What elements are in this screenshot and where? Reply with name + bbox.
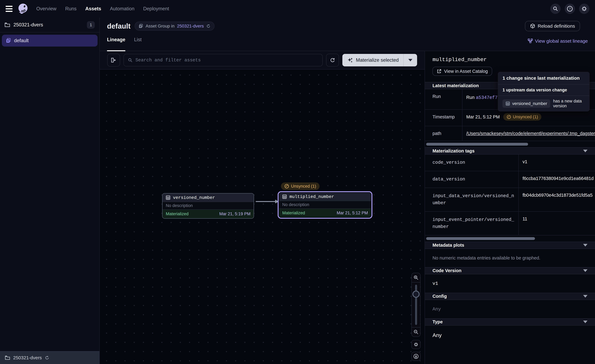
download-icon xyxy=(413,354,419,359)
materialize-dropdown-button[interactable] xyxy=(404,59,417,61)
view-in-asset-catalog-button[interactable]: View in Asset Catalog xyxy=(432,67,492,76)
node-timestamp: Mar 21, 5:12 PM xyxy=(337,210,368,216)
settings-button[interactable] xyxy=(579,4,589,14)
table-row: Timestamp Mar 21, 5:12 PM Unsynced (1) xyxy=(425,110,595,126)
lineage-graph-icon xyxy=(528,39,533,44)
tab-list[interactable]: List xyxy=(134,37,142,51)
group-name: 250321-dvers xyxy=(14,22,84,28)
sidebar-footer[interactable]: 250321-dvers xyxy=(0,351,99,364)
type-value: Any xyxy=(425,326,595,345)
timestamp-value: Mar 21, 5:12 PM xyxy=(466,114,500,119)
unsynced-icon xyxy=(284,184,289,189)
unsynced-icon xyxy=(507,115,511,119)
table-row: data_version f6ccba1776380941e9cd1ea6648… xyxy=(425,171,595,188)
asset-node-versioned-number[interactable]: versioned_number No description Material… xyxy=(162,193,254,219)
sidebar: 250321-dvers 1 default 250321-dvers xyxy=(0,17,100,364)
horizontal-scrollbar[interactable] xyxy=(425,235,595,242)
node-description: No description xyxy=(163,202,254,210)
search-input[interactable] xyxy=(135,58,318,63)
zoom-slider[interactable] xyxy=(412,282,420,328)
chevron-down-icon xyxy=(583,244,588,246)
section-metadata-plots[interactable]: Metadata plots xyxy=(425,242,595,249)
node-name: versioned_number xyxy=(173,195,215,200)
zoom-in-button[interactable] xyxy=(412,273,420,282)
sidebar-item-label: default xyxy=(14,38,28,43)
graph-toolbar: Materialize selected xyxy=(100,51,425,70)
run-id-link[interactable]: a5347ef7 xyxy=(476,95,498,100)
chevron-down-icon xyxy=(583,295,588,298)
change-tooltip: 1 change since last materialization 1 up… xyxy=(498,72,589,111)
chevron-down-icon xyxy=(583,150,588,152)
node-status: Materialized xyxy=(282,210,305,216)
sidebar-group-250321-dvers[interactable]: 250321-dvers 1 xyxy=(0,17,99,33)
nav-deployment[interactable]: Deployment xyxy=(143,6,169,12)
search-icon xyxy=(553,6,558,11)
zoom-controls xyxy=(411,273,421,337)
section-config[interactable]: Config xyxy=(425,293,595,300)
open-panel-button[interactable] xyxy=(107,54,120,67)
zoom-in-icon xyxy=(413,275,419,280)
sidebar-item-default[interactable]: default xyxy=(2,35,98,47)
materialize-selected-button[interactable]: Materialize selected xyxy=(342,54,417,66)
reload-definitions-button[interactable]: Reload definitions xyxy=(525,21,580,31)
nav-automation[interactable]: Automation xyxy=(110,6,135,12)
tab-lineage[interactable]: Lineage xyxy=(107,37,125,51)
section-type[interactable]: Type xyxy=(425,318,595,326)
section-code-version[interactable]: Code Version xyxy=(425,267,595,274)
table-icon xyxy=(282,194,287,199)
nav-items: Overview Runs Assets Automation Deployme… xyxy=(36,6,169,12)
tooltip-detail: versioned_number has a new data version xyxy=(498,96,589,111)
view-global-asset-lineage-link[interactable]: View global asset lineage xyxy=(528,38,588,44)
sync-icon xyxy=(45,356,49,360)
chevron-down-icon xyxy=(583,321,588,323)
menu-icon[interactable] xyxy=(6,6,13,12)
horizontal-scrollbar[interactable] xyxy=(425,141,595,147)
materialization-tags-table: code_version v1 data_version f6ccba17763… xyxy=(425,154,595,235)
graph-settings-button[interactable] xyxy=(411,340,421,349)
code-version-value: v1 xyxy=(425,274,595,293)
node-status: Materialized xyxy=(166,211,189,216)
page-title: default xyxy=(107,22,131,30)
nav-runs[interactable]: Runs xyxy=(65,6,77,12)
table-row: input_event_pointer/versioned_number 11 xyxy=(425,212,595,235)
top-nav: Overview Runs Assets Automation Deployme… xyxy=(0,0,595,17)
asset-group-icon xyxy=(139,24,143,28)
tooltip-subtitle: 1 upstream data version change xyxy=(498,84,589,96)
tooltip-title: 1 change since last materialization xyxy=(498,72,589,84)
pill-group-link[interactable]: 250321-dvers xyxy=(177,24,204,28)
panel-asset-name: multiplied_number xyxy=(425,51,595,63)
zoom-slider-thumb[interactable] xyxy=(412,291,420,298)
unsynced-badge[interactable]: Unsynced (1) xyxy=(281,182,319,190)
external-link-icon xyxy=(437,69,441,74)
sparkles-icon xyxy=(347,57,353,63)
asset-group-pill[interactable]: Asset Group in 250321-dvers xyxy=(135,21,214,31)
gear-icon xyxy=(413,342,419,347)
nav-assets[interactable]: Assets xyxy=(85,6,101,12)
lineage-graph-canvas[interactable]: Unsynced (1) versioned_number No descrip… xyxy=(100,70,425,364)
unsynced-badge[interactable]: Unsynced (1) xyxy=(503,113,542,121)
chevron-down-icon xyxy=(408,59,412,61)
zoom-out-icon xyxy=(413,329,419,335)
search-button[interactable] xyxy=(550,4,561,14)
materialization-path-link[interactable]: /Users/smackesey/stm/code/elementl/exper… xyxy=(466,131,595,136)
nav-overview[interactable]: Overview xyxy=(36,6,57,12)
download-graph-button[interactable] xyxy=(411,352,421,361)
footer-group-name: 250321-dvers xyxy=(13,355,42,360)
refresh-button[interactable] xyxy=(326,54,339,67)
asset-node-multiplied-number[interactable]: multiplied_number No description Materia… xyxy=(278,191,372,219)
table-row: path /Users/smackesey/stm/code/elementl/… xyxy=(425,126,595,141)
panel-expand-icon xyxy=(111,57,116,63)
zoom-out-button[interactable] xyxy=(412,328,420,336)
section-materialization-tags[interactable]: Materialization tags xyxy=(425,147,595,154)
page-header: default Asset Group in 250321-dvers xyxy=(100,17,595,51)
folder-icon xyxy=(5,22,10,27)
refresh-icon xyxy=(330,57,335,63)
asset-chip[interactable]: versioned_number xyxy=(503,99,550,108)
search-icon xyxy=(128,58,133,63)
gear-icon xyxy=(581,6,587,12)
help-button[interactable]: ? xyxy=(565,4,575,14)
asset-group-icon xyxy=(6,38,11,43)
dagster-logo-icon[interactable] xyxy=(17,3,29,14)
reload-cube-icon xyxy=(530,23,535,29)
table-row: input_data_version/versioned_number fb04… xyxy=(425,188,595,212)
